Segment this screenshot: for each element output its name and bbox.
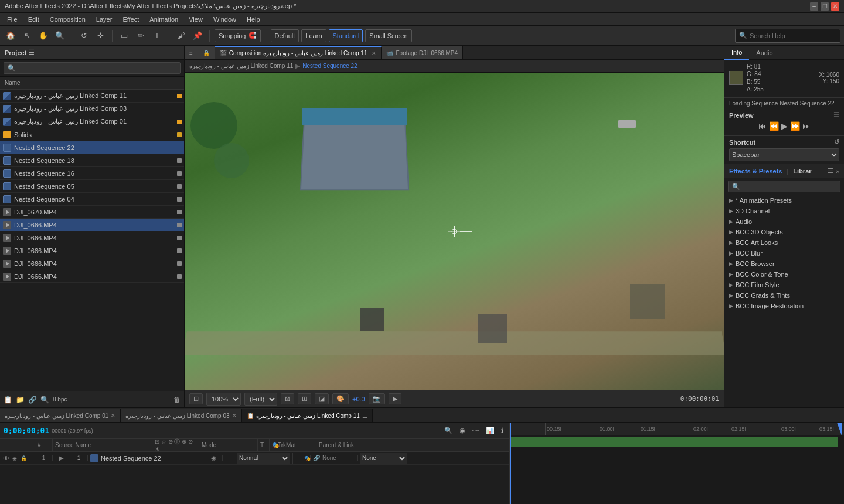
- snapping-toggle[interactable]: Snapping 🧲: [215, 29, 261, 42]
- project-menu-icon[interactable]: ☰: [29, 49, 35, 56]
- project-search-bar[interactable]: [0, 60, 184, 77]
- puppet-tool[interactable]: 📌: [190, 29, 205, 43]
- menu-file[interactable]: File: [2, 15, 22, 24]
- tl-tab-close[interactable]: ✕: [111, 413, 115, 418]
- list-item-dji0666-selected[interactable]: DJI_0666.MP4: [0, 219, 184, 231]
- list-item[interactable]: زمین عباس - رودبارچیره Linked Comp 11: [0, 90, 184, 103]
- fit-view-button[interactable]: ⊞: [189, 393, 203, 404]
- list-item-nested22[interactable]: Nested Sequence 22: [0, 141, 184, 154]
- transparency-button[interactable]: ◪: [315, 393, 329, 404]
- effects-cat-bcccol[interactable]: ▶ BCC Color & Tone: [724, 269, 844, 280]
- list-item[interactable]: Nested Sequence 04: [0, 193, 184, 206]
- tl-motion-icon[interactable]: 〰: [470, 426, 481, 435]
- shortcut-select[interactable]: Spacebar: [729, 148, 839, 161]
- list-item[interactable]: DJI_0670.MP4: [0, 206, 184, 219]
- preview-menu-icon[interactable]: ☰: [833, 111, 839, 119]
- prev-play-button[interactable]: ▶: [781, 121, 788, 131]
- list-item[interactable]: زمین عباس - رودبارچیره Linked Comp 03: [0, 103, 184, 115]
- list-item[interactable]: DJI_0666.MP4: [0, 257, 184, 270]
- audio-tab[interactable]: Audio: [749, 46, 780, 60]
- list-item[interactable]: Nested Sequence 18: [0, 154, 184, 167]
- effects-cat-bccbrowser[interactable]: ▶ BCC Browser: [724, 258, 844, 269]
- tl-tab-menu[interactable]: ☰: [362, 413, 367, 419]
- paint-tool[interactable]: 🖌: [174, 29, 188, 43]
- mask-tool[interactable]: ▭: [117, 29, 131, 43]
- effects-cat-audio[interactable]: ▶ Audio: [724, 216, 844, 227]
- list-item[interactable]: DJI_0666.MP4: [0, 231, 184, 244]
- effects-cat-bccgrads[interactable]: ▶ BCC Grads & Tints: [724, 290, 844, 301]
- pen-tool[interactable]: ✏: [134, 29, 148, 43]
- effects-cat-bccblur[interactable]: ▶ BCC Blur: [724, 248, 844, 258]
- effects-presets-tab[interactable]: Effects & Presets: [729, 168, 782, 175]
- clip-nested22[interactable]: [510, 437, 838, 447]
- effects-cat-bccimage[interactable]: ▶ BCC Image Restoration: [724, 301, 844, 311]
- effects-search[interactable]: [724, 178, 844, 195]
- list-item-solids[interactable]: Solids: [0, 128, 184, 141]
- effects-cat-bcc3d[interactable]: ▶ BCC 3D Objects: [724, 227, 844, 237]
- tl-solo-icon[interactable]: ◉: [457, 425, 468, 435]
- grid-button[interactable]: ⊞: [298, 393, 311, 404]
- comp-lock-icon[interactable]: 🔒: [198, 46, 215, 59]
- menu-effect[interactable]: Effect: [118, 15, 144, 24]
- layer-solo2[interactable]: ◉: [205, 455, 223, 461]
- workspace-default[interactable]: Default: [271, 29, 300, 42]
- prev-last-button[interactable]: ⏭: [802, 121, 811, 131]
- effects-expand-icon[interactable]: »: [836, 168, 839, 175]
- effects-cat-bccfilm[interactable]: ▶ BCC Film Style: [724, 280, 844, 290]
- maximize-button[interactable]: ☐: [821, 2, 829, 11]
- layer-eye-icon[interactable]: 👁: [2, 455, 9, 462]
- search-input[interactable]: [750, 32, 836, 39]
- layer-solo-icon[interactable]: ◉: [11, 455, 18, 462]
- rotate-tool[interactable]: ↺: [77, 29, 91, 43]
- parent-select[interactable]: None: [360, 453, 407, 464]
- breadcrumb-comp[interactable]: زمین عباس - رودبارچیره Linked Comp 11: [189, 63, 293, 69]
- close-button[interactable]: ✕: [831, 2, 839, 11]
- zoom-select[interactable]: 100%: [206, 393, 241, 406]
- tl-tab-close[interactable]: ✕: [232, 413, 237, 418]
- anchor-tool[interactable]: ✛: [93, 29, 107, 43]
- menu-view[interactable]: View: [184, 15, 207, 24]
- text-tool[interactable]: T: [150, 29, 164, 43]
- tl-info-icon[interactable]: ℹ: [499, 425, 506, 435]
- new-folder-icon[interactable]: 📁: [16, 396, 25, 404]
- workspace-learn[interactable]: Learn: [301, 29, 326, 42]
- preview-button[interactable]: ▶: [389, 393, 401, 404]
- list-item[interactable]: Nested Sequence 05: [0, 180, 184, 193]
- menu-layer[interactable]: Layer: [91, 15, 117, 24]
- delete-icon[interactable]: 🗑: [173, 396, 181, 404]
- list-item[interactable]: Nested Sequence 16: [0, 167, 184, 180]
- tl-search-icon[interactable]: 🔍: [442, 425, 455, 435]
- snapshot-button[interactable]: 📷: [369, 393, 385, 404]
- list-item[interactable]: DJI_0666.MP4: [0, 244, 184, 257]
- viewer-menu-icon[interactable]: ≡: [185, 46, 198, 59]
- prev-first-button[interactable]: ⏮: [758, 121, 767, 131]
- tl-graph-icon[interactable]: 📊: [484, 425, 496, 435]
- prev-forward-button[interactable]: ⏩: [790, 121, 800, 131]
- shortcut-reset-icon[interactable]: ↺: [834, 138, 839, 146]
- menu-help[interactable]: Help: [242, 15, 265, 24]
- effects-cat-animation[interactable]: ▶ * Animation Presets: [724, 195, 844, 206]
- tl-tab-comp01[interactable]: زمین عباس - رودبارچیره Linked Comp 01 ✕: [0, 409, 121, 422]
- prev-back-button[interactable]: ⏪: [769, 121, 779, 131]
- menu-edit[interactable]: Edit: [23, 15, 44, 24]
- menu-animation[interactable]: Animation: [145, 15, 183, 24]
- info-tab[interactable]: Info: [724, 46, 749, 60]
- effects-cat-bccart[interactable]: ▶ BCC Art Looks: [724, 237, 844, 248]
- comp-tab-close[interactable]: ✕: [372, 50, 376, 56]
- select-tool[interactable]: ↖: [20, 29, 34, 43]
- zoom-tool[interactable]: 🔍: [53, 29, 67, 43]
- search-bar[interactable]: 🔍: [735, 29, 840, 43]
- breadcrumb-nested[interactable]: Nested Sequence 22: [302, 63, 357, 69]
- workspace-small[interactable]: Small Screen: [365, 29, 411, 42]
- menu-window[interactable]: Window: [209, 15, 241, 24]
- list-item[interactable]: زمین عباس - رودبارچیره Linked Comp 01: [0, 115, 184, 128]
- effects-cat-3dchannel[interactable]: ▶ 3D Channel: [724, 206, 844, 216]
- layer-expand[interactable]: ▶: [53, 455, 70, 461]
- menu-composition[interactable]: Composition: [45, 15, 90, 24]
- channel-button[interactable]: 🎨: [332, 393, 349, 404]
- hand-tool[interactable]: ✋: [36, 29, 50, 43]
- effects-search-input[interactable]: [728, 181, 840, 192]
- minimize-button[interactable]: –: [810, 2, 818, 11]
- deps-icon[interactable]: 🔗: [28, 396, 37, 404]
- new-comp-icon[interactable]: 📋: [4, 396, 12, 404]
